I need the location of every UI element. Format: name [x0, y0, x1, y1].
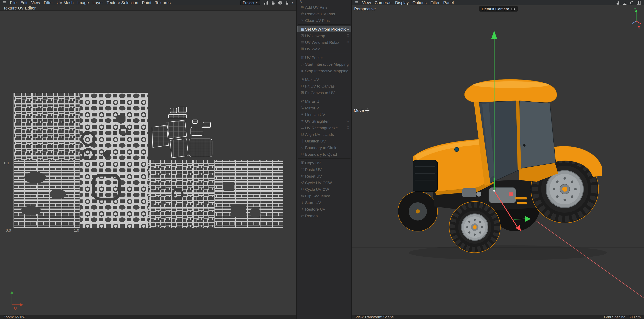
fit-canvas-icon: ⊠: [300, 90, 305, 94]
straighten-icon: #: [300, 119, 305, 123]
mirror-v-icon: ⇅: [300, 106, 305, 110]
cmd-uv-rectangularize[interactable]: ▭UV Rectangularize⚙: [297, 124, 351, 131]
panel-scroll-hint: V: [297, 0, 351, 4]
cmd-restore-uv[interactable]: ↑Restore UV: [297, 206, 351, 212]
quad-icon: □: [300, 152, 305, 156]
menu-vp-cameras[interactable]: Cameras: [375, 0, 391, 5]
hand-icon[interactable]: [616, 0, 620, 5]
play-icon: ▷: [300, 62, 305, 66]
menu-vp-panel[interactable]: Panel: [443, 0, 454, 5]
hand-icon[interactable]: [285, 0, 290, 5]
gear-icon[interactable]: ⚙: [346, 34, 350, 38]
x-axis-label: X: [638, 26, 640, 29]
gear-icon[interactable]: ⚙: [346, 40, 350, 44]
menu-hamburger-icon[interactable]: ☰: [355, 0, 358, 5]
menu-texture-selection[interactable]: Texture Selection: [106, 0, 138, 5]
menu-vp-view[interactable]: View: [362, 0, 371, 5]
cmd-uv-straighten[interactable]: #UV Straighten⚙: [297, 118, 351, 124]
menu-vp-filter[interactable]: Filter: [430, 0, 440, 5]
project-dropdown[interactable]: Project ▾: [240, 0, 260, 5]
cmd-uv-weld-and-relax[interactable]: ▤UV Weld and Relax⚙: [297, 39, 351, 46]
uv-editor-menubar: ☰ File Edit View Filter UV Mesh Image La…: [0, 0, 296, 5]
cmd-copy-uv[interactable]: ▣Copy UV: [297, 160, 351, 166]
stop-icon: ■: [300, 68, 305, 73]
menu-view[interactable]: View: [31, 0, 40, 5]
view-mode-label[interactable]: Perspective: [354, 6, 376, 11]
cmd-boundary-to-quad[interactable]: □Boundary to Quad: [297, 151, 351, 157]
menu-vp-options[interactable]: Options: [412, 0, 427, 5]
uv-coord-v1: 0,1: [4, 161, 9, 165]
uv-editor-toolbar-icons: ▾: [264, 0, 294, 5]
uv-coord-u1: 1,0: [74, 228, 79, 232]
cmd-unstitch-uv[interactable]: ∦Unstitch UV: [297, 138, 351, 144]
cmd-align-uv-islands[interactable]: ⊟Align UV Islands: [297, 131, 351, 138]
pin-remove-icon: ⊖: [300, 12, 305, 16]
cmd-boundary-to-circle[interactable]: ○Boundary to Circle: [297, 144, 351, 151]
cmd-set-uvw-from-projection[interactable]: ▦Set UVW from Projection⚙: [297, 26, 351, 32]
cmd-fit-canvas-to-uv[interactable]: ⊠Fit Canvas to UV: [297, 89, 351, 96]
cmd-max-uv[interactable]: ◳Max UV: [297, 76, 351, 82]
cmd-uv-peeler[interactable]: ▥UV Peeler: [297, 54, 351, 61]
pin-add-icon: ⊕: [300, 5, 305, 9]
cmd-remap[interactable]: ⇌Remap...: [297, 212, 351, 219]
remap-icon: ⇌: [300, 214, 305, 218]
viewport-3d[interactable]: Perspective Default Camera Move Y X: [352, 5, 644, 315]
unstitch-icon: ∦: [300, 139, 305, 143]
gear-icon[interactable]: ⚙: [346, 126, 350, 130]
cmd-cycle-uv-cw[interactable]: ↻Cycle UV CW: [297, 186, 351, 192]
menu-textures[interactable]: Textures: [155, 0, 171, 5]
move-tool-icon: [365, 108, 370, 113]
camera-picker[interactable]: Default Camera: [479, 6, 518, 12]
peeler-icon: ▥: [300, 55, 305, 60]
chart-icon[interactable]: [264, 0, 268, 5]
menu-layer[interactable]: Layer: [92, 0, 103, 5]
cmd-flip-sequence[interactable]: ⇆Flip Sequence: [297, 192, 351, 199]
menu-uv-mesh[interactable]: UV Mesh: [56, 0, 74, 5]
menu-image[interactable]: Image: [78, 0, 89, 5]
viewport-menubar: ☰ View Cameras Display Options Filter Pa…: [352, 0, 644, 5]
cmd-clear-uv-pins[interactable]: ×Clear UV Pins: [297, 17, 351, 24]
cmd-paste-uv[interactable]: ▢Paste UV: [297, 166, 351, 172]
separator: [297, 24, 351, 26]
cmd-start-interactive-mapping[interactable]: ▷Start Interactive Mapping: [297, 61, 351, 67]
viewport-axis-indicator: Y X: [630, 6, 642, 30]
reset-icon: ↺: [300, 174, 305, 178]
cmd-stop-interactive-mapping[interactable]: ■Stop Interactive Mapping: [297, 67, 351, 74]
download-icon[interactable]: [622, 0, 627, 5]
cmd-mirror-u[interactable]: ⇄Mirror U: [297, 98, 351, 104]
viewport-canvas[interactable]: [352, 5, 644, 315]
separator: [297, 157, 351, 160]
cmd-add-uv-pins[interactable]: ⊕Add UV Pins: [297, 4, 351, 10]
cmd-reset-uv[interactable]: ↺Reset UV: [297, 172, 351, 179]
cmd-store-uv[interactable]: ↓Store UV: [297, 199, 351, 206]
menu-edit[interactable]: Edit: [20, 0, 27, 5]
uv-canvas[interactable]: [0, 11, 296, 315]
menu-file[interactable]: File: [10, 0, 16, 5]
cmd-fit-uv-to-canvas[interactable]: ⊡Fit UV to Canvas: [297, 82, 351, 89]
flip-icon: ⇆: [300, 194, 305, 198]
menu-paint[interactable]: Paint: [142, 0, 152, 5]
globe-icon[interactable]: [278, 0, 282, 5]
chevron-down-icon[interactable]: ▾: [292, 1, 294, 4]
texture-uv-editor-tab[interactable]: Texture UV Editor: [0, 5, 296, 11]
gear-icon[interactable]: ⚙: [346, 27, 350, 31]
view-transform-status: View Transform: Scene: [356, 315, 394, 319]
copy-icon: ▣: [300, 161, 305, 165]
refresh-icon[interactable]: [630, 0, 634, 5]
menu-hamburger-icon[interactable]: ☰: [3, 0, 6, 5]
cmd-line-up-uv[interactable]: ≡Line Up UV: [297, 111, 351, 118]
panel-layout-icon[interactable]: [636, 0, 641, 5]
gear-icon[interactable]: ⚙: [346, 119, 350, 123]
fit-uv-icon: ⊡: [300, 84, 305, 88]
lock-icon[interactable]: [271, 0, 275, 5]
menu-vp-display[interactable]: Display: [395, 0, 409, 5]
cmd-uv-weld[interactable]: ⊞UV Weld: [297, 46, 351, 52]
cmd-remove-uv-pins[interactable]: ⊖Remove UV Pins: [297, 10, 351, 17]
max-uv-icon: ◳: [300, 77, 305, 81]
viewport-statusbar: View Transform: Scene Grid Spacing : 500…: [352, 315, 644, 319]
cmd-uv-unwrap[interactable]: ▧UV Unwrap⚙: [297, 32, 351, 39]
grid-spacing-status: Grid Spacing : 500 cm: [604, 315, 641, 319]
menu-filter[interactable]: Filter: [44, 0, 53, 5]
cmd-mirror-v[interactable]: ⇅Mirror V: [297, 104, 351, 111]
cmd-cycle-uv-ccw[interactable]: ↺Cycle UV CCW: [297, 179, 351, 186]
